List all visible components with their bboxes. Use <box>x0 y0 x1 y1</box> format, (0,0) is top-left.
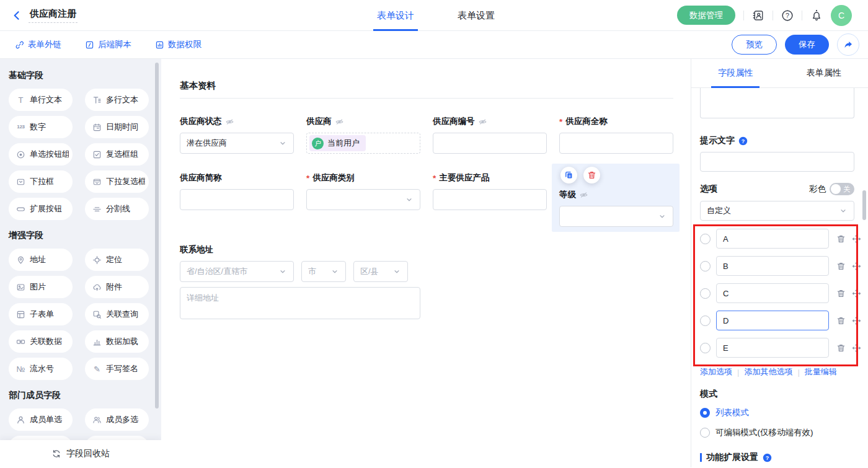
address-detail-textarea[interactable] <box>180 287 420 319</box>
field-supplier-short-name[interactable]: 供应商简称 <box>180 172 294 227</box>
option-value-input[interactable] <box>716 256 829 276</box>
field-main-products[interactable]: * 主要供应产品 <box>433 172 547 227</box>
option-value-input[interactable] <box>716 283 829 303</box>
field-supplier-full-name[interactable]: * 供应商全称 <box>559 116 673 154</box>
option-value-input[interactable] <box>716 338 829 358</box>
delete-field-button[interactable] <box>583 167 600 183</box>
district-select[interactable]: 区/县 <box>353 261 408 282</box>
supplier-short-name-input[interactable] <box>180 189 294 210</box>
field-recycle-bin[interactable]: 字段回收站 <box>0 440 161 467</box>
avatar[interactable]: C <box>831 5 852 26</box>
tab-form-settings[interactable]: 表单设置 <box>458 0 495 31</box>
mode-option-list[interactable]: 列表模式 <box>700 407 854 418</box>
address-book-icon[interactable] <box>752 9 764 22</box>
field-grade-selected[interactable]: 等级 <box>559 172 673 227</box>
supplier-full-name-input[interactable] <box>559 133 673 154</box>
trash-icon[interactable] <box>836 316 846 325</box>
supplier-member-box[interactable]: 户 当前用户 <box>306 133 420 154</box>
question-icon[interactable]: ? <box>763 453 772 462</box>
color-toggle[interactable]: 关 <box>830 183 854 195</box>
data-manage-button[interactable]: 数据管理 <box>677 6 735 25</box>
sidebar-item-persons[interactable]: 成员多选 <box>85 408 149 431</box>
field-contact-address[interactable]: 联系地址 省/自治区/直辖市 市 区/县 <box>180 244 691 319</box>
sidebar-item-multi-line[interactable]: 多行文本 <box>85 89 149 111</box>
sidebar-item-pin[interactable]: 地址 <box>9 249 73 271</box>
option-radio[interactable] <box>700 288 711 299</box>
sidebar-item-divider[interactable]: 分割线 <box>85 198 149 220</box>
sidebar-item-number[interactable]: 123数字 <box>9 116 73 138</box>
trash-icon[interactable] <box>836 289 846 298</box>
hint-text-input[interactable] <box>700 152 854 172</box>
move-icon[interactable] <box>852 316 861 325</box>
grade-select[interactable] <box>559 206 673 227</box>
bell-icon[interactable] <box>810 9 823 22</box>
field-supplier-category[interactable]: * 供应商类别 <box>306 172 420 227</box>
sidebar-item-dropdown[interactable]: 下拉框 <box>9 170 73 193</box>
panel-scrolled-input[interactable] <box>700 88 854 118</box>
question-icon[interactable]: ? <box>738 136 748 146</box>
backend-script-link[interactable]: 后端脚本 <box>85 39 131 50</box>
radio-checked-icon[interactable] <box>700 408 710 418</box>
sidebar-scrollbar[interactable] <box>155 63 159 408</box>
move-icon[interactable] <box>852 234 861 244</box>
batch-edit-link[interactable]: 批量编辑 <box>805 366 837 377</box>
sidebar-item-radio-group[interactable]: 单选按钮组 <box>9 143 73 166</box>
option-radio[interactable] <box>700 261 711 272</box>
multi-line-icon <box>92 95 102 105</box>
sidebar-item-datetime[interactable]: 日期时间 <box>85 116 149 138</box>
move-icon[interactable] <box>852 289 861 298</box>
sidebar-item-image[interactable]: 图片 <box>9 276 73 298</box>
sidebar-item-signature[interactable]: ✎手写签名 <box>85 358 149 380</box>
tab-form-design[interactable]: 表单设计 <box>377 0 414 31</box>
city-select[interactable]: 市 <box>301 261 346 282</box>
sidebar-item-person[interactable]: 成员单选 <box>9 408 73 431</box>
sidebar-item-extend-button[interactable]: 扩展按钮 <box>9 198 73 220</box>
option-radio[interactable] <box>700 234 711 244</box>
trash-icon[interactable] <box>836 262 846 271</box>
back-icon[interactable] <box>11 10 22 21</box>
supplier-category-select[interactable] <box>306 189 420 210</box>
sidebar-item-assoc-query[interactable]: 关联查询 <box>85 303 149 325</box>
trash-icon[interactable] <box>836 343 846 353</box>
add-option-link[interactable]: 添加选项 <box>700 366 732 377</box>
option-radio[interactable] <box>700 316 711 326</box>
help-icon[interactable]: ? <box>781 9 794 22</box>
copy-field-button[interactable] <box>560 167 577 183</box>
form-external-link[interactable]: 表单外链 <box>15 39 61 50</box>
option-value-input[interactable] <box>716 311 829 330</box>
panel-scrollbar[interactable] <box>862 190 866 220</box>
page-title[interactable]: 供应商注册 <box>29 8 78 23</box>
option-source-select[interactable]: 自定义 <box>700 201 854 221</box>
share-button[interactable] <box>837 33 859 56</box>
option-value-input[interactable] <box>716 229 829 249</box>
field-supplier-status[interactable]: 供应商状态 潜在供应商 <box>180 116 294 154</box>
field-supplier[interactable]: 供应商 户 当前用户 <box>306 116 420 154</box>
sidebar-item-dropdown-multi[interactable]: 下拉复选框 <box>85 170 149 193</box>
save-button[interactable]: 保存 <box>785 35 829 55</box>
sidebar-item-serial[interactable]: №流水号 <box>9 358 73 380</box>
sidebar-item-assoc-data[interactable]: 关联数据 <box>9 330 73 353</box>
province-select[interactable]: 省/自治区/直辖市 <box>180 261 294 282</box>
trash-icon[interactable] <box>836 234 846 244</box>
tab-field-properties[interactable]: 字段属性 <box>691 59 780 87</box>
option-radio[interactable] <box>700 343 711 353</box>
supplier-status-select[interactable]: 潜在供应商 <box>180 133 294 154</box>
sidebar-item-checkbox-group[interactable]: 复选框组 <box>85 143 149 166</box>
sidebar-item-single-line[interactable]: T单行文本 <box>9 89 73 111</box>
preview-button[interactable]: 预览 <box>732 35 777 55</box>
move-icon[interactable] <box>852 262 861 271</box>
sidebar-item-data-load[interactable]: 数据加载 <box>85 330 149 353</box>
field-supplier-code[interactable]: 供应商编号 <box>433 116 547 154</box>
supplier-code-input[interactable] <box>433 133 547 154</box>
add-other-option-link[interactable]: 添加其他选项 <box>744 366 792 377</box>
sidebar-item-cloud-upload[interactable]: 附件 <box>85 276 149 298</box>
sidebar-item-locate[interactable]: 定位 <box>85 249 149 271</box>
data-permission-link[interactable]: 数据权限 <box>155 39 202 50</box>
move-icon[interactable] <box>852 343 861 353</box>
tab-form-properties[interactable]: 表单属性 <box>780 59 868 87</box>
radio-icon[interactable] <box>700 428 710 438</box>
sidebar-item-subform[interactable]: 子表单 <box>9 303 73 325</box>
main-products-input[interactable] <box>433 189 547 210</box>
option-row <box>700 338 859 358</box>
mode-option-editable[interactable]: 可编辑模式(仅移动端有效) <box>700 427 854 438</box>
